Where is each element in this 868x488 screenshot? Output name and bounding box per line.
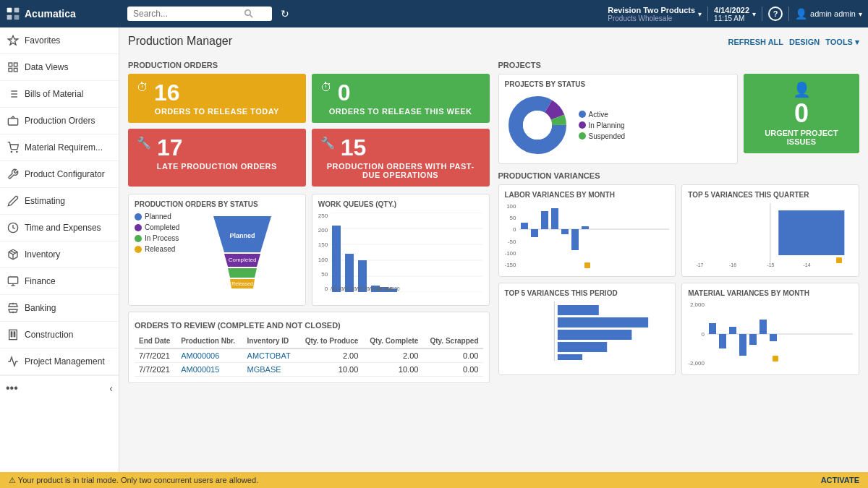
svg-rect-32 (14, 334, 14, 335)
active-label: Active (589, 111, 608, 119)
logo-icon (6, 7, 20, 21)
orders-today-number: 16 (154, 81, 180, 104)
sidebar-item-product-config[interactable]: Product Configurator (0, 161, 119, 188)
sidebar-bottom: ••• ‹ (0, 375, 119, 401)
svg-rect-17 (8, 119, 17, 125)
svg-rect-33 (11, 335, 12, 336)
svg-rect-83 (557, 330, 631, 340)
sidebar-item-material-req[interactable]: Material Requirem... (0, 134, 119, 161)
box-icon (7, 115, 19, 127)
sidebar-item-favorites[interactable]: Favorites (0, 27, 119, 54)
company-name: Revision Two Products (608, 6, 695, 14)
kpi-row-top: ⏱ 16 ORDERS TO RELEASE TODAY ⏱ 0 ORDERS … (128, 74, 490, 123)
svg-rect-7 (9, 63, 12, 67)
svg-rect-66 (531, 229, 538, 237)
svg-text:-14: -14 (804, 262, 811, 267)
cell-qty-complete: 10.00 (362, 363, 422, 377)
cell-end-date: 7/7/2021 (135, 363, 176, 377)
activate-button[interactable]: ACTIVATE (821, 476, 859, 484)
cell-inventory-id[interactable]: MGBASE (243, 363, 298, 377)
svg-rect-67 (541, 211, 548, 229)
svg-rect-28 (9, 330, 17, 339)
more-items-icon[interactable]: ••• (3, 379, 21, 398)
svg-rect-75 (836, 257, 842, 263)
sidebar-item-inventory[interactable]: Inventory (0, 241, 119, 268)
kpi-orders-week[interactable]: ⏱ 0 ORDERS TO RELEASE THIS WEEK (312, 74, 490, 123)
funnel-svg: Planned Completed Released (210, 213, 275, 299)
svg-line-21 (11, 251, 15, 253)
material-variances-chart: MATERIAL VARIANCES BY MONTH 2,0000-2,000 (681, 283, 859, 375)
search-input[interactable] (133, 9, 242, 19)
svg-point-4 (245, 10, 251, 16)
sidebar-item-construction[interactable]: Construction (0, 322, 119, 348)
table-header-row: End Date Production Nbr. Inventory ID Qt… (135, 334, 483, 348)
history-button[interactable]: ↻ (278, 5, 292, 22)
refresh-all-button[interactable]: REFRESH ALL (728, 38, 783, 47)
inventory-id-link[interactable]: AMCTOBAT (247, 351, 291, 360)
orders-review-table: ORDERS TO REVIEW (COMPLETE AND NOT CLOSE… (128, 312, 490, 383)
past-due-number: 15 (341, 136, 367, 159)
search-box[interactable] (127, 7, 272, 21)
legend-completed: Completed (135, 223, 179, 231)
cell-qty-produce: 2.00 (297, 348, 362, 363)
legend-released: Released (135, 245, 179, 253)
suspended-dot (579, 132, 586, 140)
cell-prod-nbr[interactable]: AM000015 (176, 363, 242, 377)
svg-rect-87 (709, 323, 716, 334)
wrench-icon-pastdue: 🔧 (320, 136, 335, 150)
top5-quarter-svg: -17 -16 -15 -14 (688, 203, 853, 268)
help-button[interactable]: ? (768, 7, 783, 21)
projects-by-status-chart: PROJECTS BY STATUS (498, 74, 739, 164)
kpi-late-orders[interactable]: 🔧 17 LATE PRODUCTION ORDERS (128, 129, 306, 187)
svg-rect-81 (557, 305, 598, 315)
kpi-past-due[interactable]: 🔧 15 PRODUCTION ORDERS WITH PAST-DUE OPE… (312, 129, 490, 187)
orders-today-label: ORDERS TO RELEASE TODAY (137, 107, 297, 116)
prod-nbr-link[interactable]: AM000015 (181, 365, 219, 374)
bank-icon (7, 302, 19, 314)
work-queues-title: WORK QUEUES (QTY.) (318, 200, 483, 208)
sidebar-item-time-expenses[interactable]: Time and Expenses (0, 215, 119, 241)
sidebar-item-estimating[interactable]: Estimating (0, 188, 119, 215)
company-selector[interactable]: Revision Two Products Products Wholesale… (608, 6, 702, 22)
cell-inventory-id[interactable]: AMCTOBAT (243, 348, 298, 363)
material-y-axis: 2,0000-2,000 (688, 301, 706, 367)
svg-point-19 (17, 151, 17, 152)
sidebar-item-production-orders[interactable]: Production Orders (0, 108, 119, 134)
datetime-selector[interactable]: 4/14/2022 11:15 AM ▾ (714, 6, 756, 22)
legend-active: Active (579, 111, 626, 119)
production-orders-header: PRODUCTION ORDERS (128, 61, 490, 69)
released-label: Released (145, 245, 175, 253)
sidebar-item-bills-of-material[interactable]: Bills of Material (0, 81, 119, 108)
cell-prod-nbr[interactable]: AM000006 (176, 348, 242, 363)
svg-text:-16: -16 (729, 262, 736, 267)
svg-rect-90 (739, 334, 746, 356)
user-menu[interactable]: 👤 admin admin ▾ (795, 8, 862, 20)
urgent-issues-card[interactable]: 👤 0 URGENT PROJECT ISSUES (744, 74, 859, 153)
time-display: 11:15 AM (714, 14, 749, 22)
col-qty-scrapped: Qty. Scrapped (422, 334, 482, 348)
svg-text:WC30: WC30 (386, 286, 400, 291)
sidebar-item-project-mgmt[interactable]: Project Management (0, 348, 119, 375)
svg-rect-92 (760, 320, 767, 334)
sidebar-item-finance[interactable]: Finance (0, 268, 119, 295)
svg-text:Planned: Planned (230, 232, 255, 239)
table-row: 7/7/2021 AM000006 AMCTOBAT 2.00 2.00 0.0… (135, 348, 483, 363)
tools-button[interactable]: TOOLS ▾ (825, 38, 859, 47)
material-variances-title: MATERIAL VARIANCES BY MONTH (688, 289, 853, 297)
col-inventory-id: Inventory ID (243, 334, 298, 348)
search-icon (244, 9, 253, 18)
sidebar-item-data-views[interactable]: Data Views (0, 54, 119, 81)
date-dropdown-icon: ▾ (752, 10, 756, 18)
released-dot (135, 246, 142, 253)
inventory-id-link[interactable]: MGBASE (247, 365, 281, 374)
svg-marker-6 (8, 35, 17, 45)
prod-nbr-link[interactable]: AM000006 (181, 351, 219, 360)
date-display: 4/14/2022 (714, 6, 749, 14)
svg-text:WC10: WC10 (342, 286, 357, 291)
kpi-orders-today[interactable]: ⏱ 16 ORDERS TO RELEASE TODAY (128, 74, 306, 123)
sidebar-collapse-icon[interactable]: ‹ (106, 380, 116, 397)
svg-rect-85 (557, 354, 582, 360)
sidebar-item-banking[interactable]: Banking (0, 295, 119, 322)
design-button[interactable]: DESIGN (789, 38, 820, 47)
col-end-date: End Date (135, 334, 176, 348)
